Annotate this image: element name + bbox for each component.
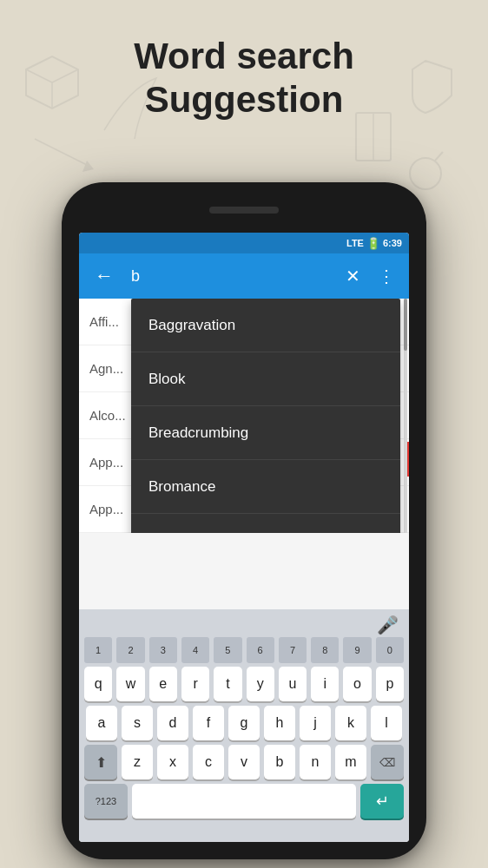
key-j[interactable]: j bbox=[300, 706, 331, 740]
svg-line-4 bbox=[35, 139, 87, 165]
space-key[interactable] bbox=[132, 784, 356, 819]
suggestion-item-baggravation[interactable]: Baggravation bbox=[131, 299, 400, 352]
key-v[interactable]: v bbox=[228, 745, 260, 779]
key-a[interactable]: a bbox=[86, 706, 117, 740]
phone-shell: LTE 🔋 6:39 ← b ✕ ⋮ Affi... Agn... Alco..… bbox=[62, 182, 426, 859]
back-button[interactable]: ← bbox=[88, 261, 121, 291]
keyboard-row-4: ?123 ↵ bbox=[79, 784, 409, 819]
shift-key[interactable]: ⬆ bbox=[84, 745, 117, 779]
key-u[interactable]: u bbox=[279, 667, 307, 701]
search-input[interactable]: b bbox=[128, 264, 333, 289]
status-time: 6:39 bbox=[383, 238, 402, 248]
scroll-thumb bbox=[404, 299, 407, 351]
key-k[interactable]: k bbox=[335, 706, 366, 740]
key-7[interactable]: 7 bbox=[279, 637, 307, 663]
key-g[interactable]: g bbox=[228, 706, 260, 740]
scroll-bar bbox=[404, 299, 407, 533]
status-bar: LTE 🔋 6:39 bbox=[79, 233, 409, 253]
suggestion-item-breadcrumbing[interactable]: Breadcrumbing bbox=[131, 406, 400, 460]
key-b[interactable]: b bbox=[264, 745, 295, 779]
key-1[interactable]: 1 bbox=[84, 637, 112, 663]
menu-button[interactable]: ⋮ bbox=[373, 262, 400, 290]
suggestion-item-bromance[interactable]: Bromance bbox=[131, 460, 400, 514]
svg-line-9 bbox=[435, 152, 443, 161]
key-8[interactable]: 8 bbox=[311, 637, 339, 663]
key-p[interactable]: p bbox=[376, 667, 404, 701]
suggestion-text: Baggravation bbox=[148, 317, 235, 334]
key-r[interactable]: r bbox=[181, 667, 209, 701]
clear-button[interactable]: ✕ bbox=[340, 262, 366, 290]
key-e[interactable]: e bbox=[149, 667, 177, 701]
key-n[interactable]: n bbox=[300, 745, 331, 779]
suggestion-text: Blook bbox=[148, 371, 186, 388]
suggestion-item-burkini[interactable]: Burkini or Burquini bbox=[131, 514, 400, 533]
key-o[interactable]: o bbox=[343, 667, 371, 701]
key-z[interactable]: z bbox=[122, 745, 153, 779]
key-h[interactable]: h bbox=[264, 706, 295, 740]
key-l[interactable]: l bbox=[371, 706, 402, 740]
status-signal: LTE bbox=[346, 238, 364, 248]
keyboard-row-1: q w e r t y u i o p bbox=[79, 667, 409, 701]
svg-marker-5 bbox=[82, 161, 94, 172]
mic-icon[interactable]: 🎤 bbox=[377, 615, 399, 635]
svg-point-8 bbox=[410, 158, 441, 189]
key-d[interactable]: d bbox=[157, 706, 188, 740]
keyboard-row-2: a s d f g h j k l bbox=[79, 706, 409, 740]
key-t[interactable]: t bbox=[214, 667, 241, 701]
key-5[interactable]: 5 bbox=[214, 637, 241, 663]
enter-key[interactable]: ↵ bbox=[360, 784, 404, 819]
suggestion-dropdown: Baggravation Blook Breadcrumbing Bromanc… bbox=[131, 299, 400, 533]
key-3[interactable]: 3 bbox=[149, 637, 177, 663]
toolbar: ← b ✕ ⋮ bbox=[79, 253, 409, 299]
suggestion-text: Bromance bbox=[148, 478, 215, 496]
key-2[interactable]: 2 bbox=[116, 637, 144, 663]
key-c[interactable]: c bbox=[193, 745, 224, 779]
key-q[interactable]: q bbox=[84, 667, 112, 701]
key-f[interactable]: f bbox=[193, 706, 224, 740]
key-w[interactable]: w bbox=[116, 667, 144, 701]
suggestion-text: Burkini or Burquini bbox=[148, 532, 269, 533]
key-4[interactable]: 4 bbox=[181, 637, 209, 663]
delete-key[interactable]: ⌫ bbox=[371, 745, 404, 779]
sym-key[interactable]: ?123 bbox=[84, 784, 128, 819]
status-icons: LTE 🔋 6:39 bbox=[346, 237, 402, 250]
page-title-area: Word search Suggestion bbox=[0, 35, 488, 122]
mic-row: 🎤 bbox=[79, 609, 409, 637]
status-battery: 🔋 bbox=[366, 237, 380, 250]
keyboard: 🎤 1 2 3 4 5 6 7 8 9 0 q w e r t bbox=[79, 609, 409, 842]
key-m[interactable]: m bbox=[335, 745, 366, 779]
page-title-line1: Word search bbox=[0, 35, 488, 78]
key-0[interactable]: 0 bbox=[376, 637, 404, 663]
key-x[interactable]: x bbox=[157, 745, 188, 779]
key-i[interactable]: i bbox=[311, 667, 339, 701]
page-title-line2: Suggestion bbox=[0, 78, 488, 122]
suggestion-text: Breadcrumbing bbox=[148, 424, 248, 442]
phone-speaker bbox=[209, 207, 279, 214]
key-6[interactable]: 6 bbox=[247, 637, 274, 663]
keyboard-row-3: ⬆ z x c v b n m ⌫ bbox=[79, 745, 409, 779]
number-row: 1 2 3 4 5 6 7 8 9 0 bbox=[79, 637, 409, 663]
phone-screen: LTE 🔋 6:39 ← b ✕ ⋮ Affi... Agn... Alco..… bbox=[79, 233, 409, 842]
suggestion-item-blook[interactable]: Blook bbox=[131, 352, 400, 406]
key-y[interactable]: y bbox=[247, 667, 274, 701]
word-list-area: Affi... Agn... Alco... App... App... Bag… bbox=[79, 299, 409, 533]
key-9[interactable]: 9 bbox=[343, 637, 371, 663]
key-s[interactable]: s bbox=[122, 706, 153, 740]
